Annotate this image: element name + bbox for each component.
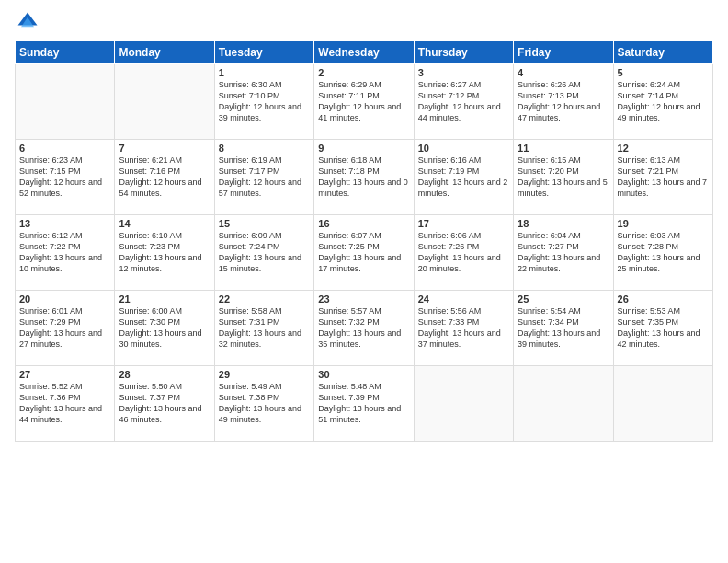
day-number: 18 bbox=[518, 218, 609, 229]
calendar-cell: 28Sunrise: 5:50 AM Sunset: 7:37 PM Dayli… bbox=[115, 366, 214, 442]
day-info: Sunrise: 5:52 AM Sunset: 7:36 PM Dayligh… bbox=[19, 381, 110, 426]
calendar-cell: 30Sunrise: 5:48 AM Sunset: 7:39 PM Dayli… bbox=[314, 366, 414, 442]
calendar-cell: 8Sunrise: 6:19 AM Sunset: 7:17 PM Daylig… bbox=[214, 140, 313, 215]
day-number: 29 bbox=[219, 369, 310, 380]
day-number: 12 bbox=[618, 143, 709, 154]
day-number: 8 bbox=[219, 143, 310, 154]
calendar-cell: 3Sunrise: 6:27 AM Sunset: 7:12 PM Daylig… bbox=[414, 64, 513, 140]
day-number: 14 bbox=[119, 218, 210, 229]
day-info: Sunrise: 6:21 AM Sunset: 7:16 PM Dayligh… bbox=[119, 155, 210, 200]
day-number: 6 bbox=[19, 143, 110, 154]
weekday-header-friday: Friday bbox=[514, 41, 613, 64]
day-number: 2 bbox=[318, 67, 409, 78]
day-info: Sunrise: 6:30 AM Sunset: 7:10 PM Dayligh… bbox=[219, 79, 310, 124]
calendar-cell: 1Sunrise: 6:30 AM Sunset: 7:10 PM Daylig… bbox=[214, 64, 313, 140]
day-info: Sunrise: 6:27 AM Sunset: 7:12 PM Dayligh… bbox=[418, 79, 509, 124]
day-number: 3 bbox=[418, 67, 509, 78]
day-info: Sunrise: 6:06 AM Sunset: 7:26 PM Dayligh… bbox=[418, 230, 509, 275]
header bbox=[15, 9, 713, 35]
week-row-2: 13Sunrise: 6:12 AM Sunset: 7:22 PM Dayli… bbox=[16, 215, 713, 291]
day-number: 21 bbox=[119, 293, 210, 304]
day-number: 16 bbox=[318, 218, 409, 229]
week-row-4: 27Sunrise: 5:52 AM Sunset: 7:36 PM Dayli… bbox=[16, 366, 713, 442]
calendar-cell: 9Sunrise: 6:18 AM Sunset: 7:18 PM Daylig… bbox=[314, 140, 414, 215]
day-number: 26 bbox=[618, 293, 709, 304]
calendar-cell: 17Sunrise: 6:06 AM Sunset: 7:26 PM Dayli… bbox=[414, 215, 513, 291]
day-info: Sunrise: 6:00 AM Sunset: 7:30 PM Dayligh… bbox=[119, 305, 210, 350]
calendar-cell: 13Sunrise: 6:12 AM Sunset: 7:22 PM Dayli… bbox=[16, 215, 115, 291]
day-number: 13 bbox=[19, 218, 110, 229]
day-number: 7 bbox=[119, 143, 210, 154]
week-row-0: 1Sunrise: 6:30 AM Sunset: 7:10 PM Daylig… bbox=[16, 64, 713, 140]
calendar-cell: 29Sunrise: 5:49 AM Sunset: 7:38 PM Dayli… bbox=[214, 366, 313, 442]
weekday-header-saturday: Saturday bbox=[613, 41, 712, 64]
calendar-cell: 21Sunrise: 6:00 AM Sunset: 7:30 PM Dayli… bbox=[115, 291, 214, 366]
day-info: Sunrise: 6:16 AM Sunset: 7:19 PM Dayligh… bbox=[418, 155, 509, 200]
day-info: Sunrise: 5:53 AM Sunset: 7:35 PM Dayligh… bbox=[618, 305, 709, 350]
calendar-cell: 15Sunrise: 6:09 AM Sunset: 7:24 PM Dayli… bbox=[214, 215, 313, 291]
day-number: 11 bbox=[518, 143, 609, 154]
calendar-cell: 27Sunrise: 5:52 AM Sunset: 7:36 PM Dayli… bbox=[16, 366, 115, 442]
logo bbox=[15, 9, 44, 35]
day-number: 9 bbox=[318, 143, 409, 154]
day-number: 28 bbox=[119, 369, 210, 380]
day-number: 20 bbox=[19, 293, 110, 304]
logo-icon bbox=[15, 9, 40, 35]
day-info: Sunrise: 6:26 AM Sunset: 7:13 PM Dayligh… bbox=[518, 79, 609, 124]
calendar-cell: 18Sunrise: 6:04 AM Sunset: 7:27 PM Dayli… bbox=[514, 215, 613, 291]
day-info: Sunrise: 5:48 AM Sunset: 7:39 PM Dayligh… bbox=[318, 381, 409, 426]
day-number: 5 bbox=[618, 67, 709, 78]
day-info: Sunrise: 5:54 AM Sunset: 7:34 PM Dayligh… bbox=[518, 305, 609, 350]
weekday-header-monday: Monday bbox=[115, 41, 214, 64]
calendar-cell: 20Sunrise: 6:01 AM Sunset: 7:29 PM Dayli… bbox=[16, 291, 115, 366]
calendar-cell: 6Sunrise: 6:23 AM Sunset: 7:15 PM Daylig… bbox=[16, 140, 115, 215]
day-number: 27 bbox=[19, 369, 110, 380]
day-number: 4 bbox=[518, 67, 609, 78]
calendar-cell: 25Sunrise: 5:54 AM Sunset: 7:34 PM Dayli… bbox=[514, 291, 613, 366]
calendar-cell: 10Sunrise: 6:16 AM Sunset: 7:19 PM Dayli… bbox=[414, 140, 513, 215]
day-number: 15 bbox=[219, 218, 310, 229]
day-number: 23 bbox=[318, 293, 409, 304]
calendar-cell: 19Sunrise: 6:03 AM Sunset: 7:28 PM Dayli… bbox=[613, 215, 712, 291]
day-info: Sunrise: 6:10 AM Sunset: 7:23 PM Dayligh… bbox=[119, 230, 210, 275]
day-info: Sunrise: 6:18 AM Sunset: 7:18 PM Dayligh… bbox=[318, 155, 409, 200]
day-info: Sunrise: 5:49 AM Sunset: 7:38 PM Dayligh… bbox=[219, 381, 310, 426]
day-info: Sunrise: 5:50 AM Sunset: 7:37 PM Dayligh… bbox=[119, 381, 210, 426]
calendar-cell bbox=[16, 64, 115, 140]
calendar-cell: 4Sunrise: 6:26 AM Sunset: 7:13 PM Daylig… bbox=[514, 64, 613, 140]
calendar-cell bbox=[115, 64, 214, 140]
calendar-cell: 2Sunrise: 6:29 AM Sunset: 7:11 PM Daylig… bbox=[314, 64, 414, 140]
day-number: 24 bbox=[418, 293, 509, 304]
calendar-cell: 16Sunrise: 6:07 AM Sunset: 7:25 PM Dayli… bbox=[314, 215, 414, 291]
calendar-cell bbox=[613, 366, 712, 442]
day-info: Sunrise: 6:09 AM Sunset: 7:24 PM Dayligh… bbox=[219, 230, 310, 275]
calendar-cell: 7Sunrise: 6:21 AM Sunset: 7:16 PM Daylig… bbox=[115, 140, 214, 215]
calendar-cell bbox=[414, 366, 513, 442]
day-info: Sunrise: 6:12 AM Sunset: 7:22 PM Dayligh… bbox=[19, 230, 110, 275]
calendar: SundayMondayTuesdayWednesdayThursdayFrid… bbox=[15, 40, 713, 442]
day-info: Sunrise: 6:15 AM Sunset: 7:20 PM Dayligh… bbox=[518, 155, 609, 200]
calendar-cell: 26Sunrise: 5:53 AM Sunset: 7:35 PM Dayli… bbox=[613, 291, 712, 366]
day-info: Sunrise: 5:58 AM Sunset: 7:31 PM Dayligh… bbox=[219, 305, 310, 350]
calendar-cell: 5Sunrise: 6:24 AM Sunset: 7:14 PM Daylig… bbox=[613, 64, 712, 140]
weekday-header-wednesday: Wednesday bbox=[314, 41, 414, 64]
day-number: 10 bbox=[418, 143, 509, 154]
day-number: 19 bbox=[618, 218, 709, 229]
week-row-3: 20Sunrise: 6:01 AM Sunset: 7:29 PM Dayli… bbox=[16, 291, 713, 366]
day-number: 1 bbox=[219, 67, 310, 78]
day-info: Sunrise: 6:24 AM Sunset: 7:14 PM Dayligh… bbox=[618, 79, 709, 124]
day-info: Sunrise: 6:01 AM Sunset: 7:29 PM Dayligh… bbox=[19, 305, 110, 350]
day-number: 22 bbox=[219, 293, 310, 304]
day-info: Sunrise: 5:56 AM Sunset: 7:33 PM Dayligh… bbox=[418, 305, 509, 350]
page: SundayMondayTuesdayWednesdayThursdayFrid… bbox=[0, 0, 728, 563]
weekday-header-row: SundayMondayTuesdayWednesdayThursdayFrid… bbox=[16, 41, 713, 64]
weekday-header-thursday: Thursday bbox=[414, 41, 513, 64]
weekday-header-sunday: Sunday bbox=[16, 41, 115, 64]
calendar-cell bbox=[514, 366, 613, 442]
calendar-cell: 24Sunrise: 5:56 AM Sunset: 7:33 PM Dayli… bbox=[414, 291, 513, 366]
calendar-cell: 11Sunrise: 6:15 AM Sunset: 7:20 PM Dayli… bbox=[514, 140, 613, 215]
weekday-header-tuesday: Tuesday bbox=[214, 41, 313, 64]
day-number: 25 bbox=[518, 293, 609, 304]
calendar-cell: 12Sunrise: 6:13 AM Sunset: 7:21 PM Dayli… bbox=[613, 140, 712, 215]
day-number: 17 bbox=[418, 218, 509, 229]
